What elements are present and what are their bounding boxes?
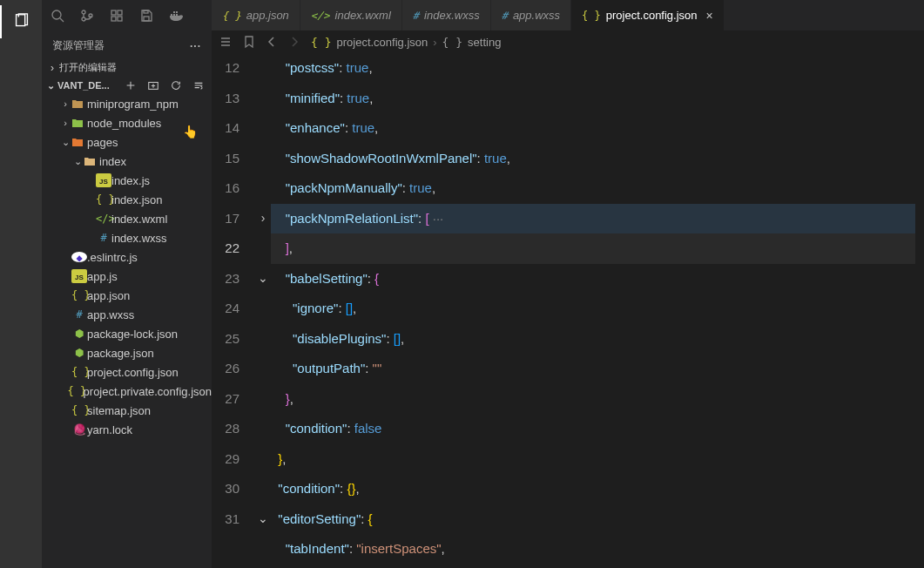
tree-folder[interactable]: ›miniprogram_npm — [42, 94, 212, 113]
line-number — [212, 534, 239, 565]
docker-icon[interactable] — [169, 9, 185, 23]
list-icon[interactable] — [219, 35, 233, 49]
code-line[interactable]: }, — [271, 444, 915, 475]
tree-file[interactable]: #index.wxss — [42, 228, 212, 247]
tree-folder[interactable]: ⌄index — [42, 152, 212, 171]
code-editor[interactable]: 12131415161722232425262728293031 ›⌄⌄ "po… — [212, 53, 924, 568]
tab-index-wxml[interactable]: </>index.wxml — [300, 0, 402, 30]
tree-file[interactable]: #app.wxss — [42, 305, 212, 324]
more-actions-icon[interactable]: ··· — [190, 40, 201, 52]
titlebar-icons — [42, 0, 193, 30]
breadcrumb[interactable]: { } project.config.json › { } setting — [311, 36, 501, 49]
source-control-icon[interactable] — [80, 9, 94, 23]
tree-file[interactable]: { }sitemap.json — [42, 401, 212, 420]
tab-app-wxss[interactable]: #app.wxss — [491, 0, 571, 30]
tree-file[interactable]: 🧶yarn.lock — [42, 420, 212, 439]
node-icon: ⬢ — [71, 347, 87, 359]
search-icon[interactable] — [51, 9, 64, 23]
tree-file[interactable]: ⬢package-lock.json — [42, 324, 212, 343]
tree-folder[interactable]: ⌄pages — [42, 132, 212, 152]
tree-file[interactable]: JSindex.js — [42, 171, 212, 190]
tree-file[interactable]: JSapp.js — [42, 267, 212, 286]
line-number: 29 — [212, 444, 239, 475]
code-line[interactable]: "disablePlugins": [], — [271, 324, 915, 355]
line-number: 17 — [212, 204, 239, 234]
refresh-icon[interactable] — [170, 79, 182, 91]
fold-open-icon[interactable]: ⌄ — [255, 271, 271, 285]
tab-label: index.wxml — [335, 9, 391, 22]
tab-label: index.wxss — [424, 9, 480, 22]
code-line[interactable]: "enhance": true, — [271, 113, 915, 144]
nav-forward-icon[interactable] — [288, 36, 300, 48]
code-line[interactable]: "editorSetting": { — [271, 504, 915, 535]
wxss-icon: # — [71, 308, 87, 321]
line-number: 15 — [212, 144, 239, 174]
close-icon[interactable]: × — [706, 9, 713, 23]
tree-folder[interactable]: ›node_modules — [42, 113, 212, 132]
tree-file[interactable]: { }app.json — [42, 286, 212, 305]
code-line[interactable]: "tabIndent": "insertSpaces", — [271, 534, 915, 565]
save-icon[interactable] — [139, 9, 153, 23]
code-line[interactable]: }, — [271, 384, 915, 415]
editor-main: { }app.json</>index.wxml#index.wxss#app.… — [212, 0, 924, 568]
folder-open-icon — [84, 156, 99, 166]
code-line[interactable]: "minified": true, — [271, 84, 915, 114]
fold-closed-icon[interactable]: › — [255, 211, 271, 225]
wxss-icon: # — [502, 10, 508, 22]
svg-rect-15 — [176, 11, 178, 13]
tree-item-label: index.json — [111, 193, 163, 206]
svg-rect-13 — [176, 14, 178, 16]
new-folder-icon[interactable] — [147, 79, 159, 91]
tab-project-config-json[interactable]: { }project.config.json× — [571, 0, 725, 30]
new-file-icon[interactable] — [125, 79, 137, 91]
explorer-sidebar: 资源管理器 ··· › 打开的编辑器 ⌄ VANT_DE... ›minipro… — [42, 0, 212, 568]
line-number: 31 — [212, 504, 239, 535]
tree-file[interactable]: </>index.wxml — [42, 209, 212, 228]
tree-item-label: project.config.json — [87, 366, 179, 379]
open-editors-section[interactable]: › 打开的编辑器 — [42, 58, 212, 77]
tree-item-label: package.json — [87, 347, 154, 360]
tree-item-label: index.wxss — [111, 232, 167, 245]
tree-file[interactable]: { }project.private.config.json — [42, 382, 212, 401]
extensions-icon[interactable] — [110, 9, 124, 23]
code-line[interactable]: "condition": false — [271, 414, 915, 444]
nav-back-icon[interactable] — [266, 36, 278, 48]
code-content[interactable]: "postcss": true, "minified": true, "enha… — [271, 53, 915, 568]
bookmark-icon[interactable] — [243, 35, 255, 49]
code-line[interactable]: ], — [271, 233, 915, 264]
chevron-right-icon: › — [59, 98, 71, 109]
explorer-view-icon[interactable] — [0, 5, 42, 38]
chevron-down-icon: ⌄ — [44, 80, 57, 91]
tab-label: app.json — [246, 9, 289, 22]
code-line[interactable]: "condition": {}, — [271, 474, 915, 504]
yarn-icon: 🧶 — [71, 423, 87, 436]
svg-line-1 — [60, 18, 64, 22]
code-line[interactable]: "outputPath": "" — [271, 354, 915, 384]
tab-index-wxss[interactable]: #index.wxss — [402, 0, 491, 30]
line-number: 16 — [212, 173, 239, 204]
tree-file[interactable]: { }index.json — [42, 190, 212, 209]
code-line[interactable]: "packNpmManually": true, — [271, 173, 915, 204]
minimap[interactable] — [915, 53, 924, 568]
tree-file[interactable]: ◆.eslintrc.js — [42, 247, 212, 267]
breadcrumb-file: project.config.json — [336, 36, 428, 49]
line-number: 23 — [212, 264, 239, 294]
tab-app-json[interactable]: { }app.json — [212, 0, 300, 30]
folder-icon — [71, 98, 87, 109]
fold-open-icon[interactable]: ⌄ — [255, 511, 271, 525]
tree-item-label: app.js — [87, 270, 118, 283]
code-line[interactable]: "showShadowRootInWxmlPanel": true, — [271, 144, 915, 174]
folder-header[interactable]: ⌄ VANT_DE... — [42, 77, 212, 94]
line-number: 14 — [212, 113, 239, 144]
collapse-all-icon[interactable] — [192, 79, 205, 91]
code-line[interactable]: "babelSetting": { — [271, 264, 915, 294]
code-line[interactable]: "packNpmRelationList": [ ··· — [271, 204, 915, 234]
tree-file[interactable]: { }project.config.json — [42, 362, 212, 382]
code-line[interactable]: "ignore": [], — [271, 294, 915, 324]
svg-rect-9 — [144, 17, 149, 21]
tree-file[interactable]: ⬢package.json — [42, 343, 212, 362]
folder-name: VANT_DE... — [57, 80, 125, 91]
tree-item-label: .eslintrc.js — [87, 251, 138, 264]
explorer-title-row: 资源管理器 ··· — [42, 33, 212, 58]
code-line[interactable]: "postcss": true, — [271, 53, 915, 84]
